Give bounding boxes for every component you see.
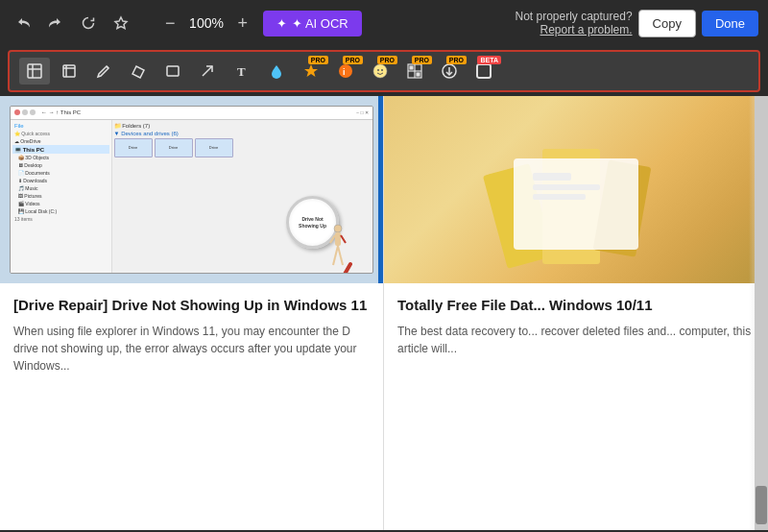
zoom-controls: − 100% + [159,12,253,36]
zoom-in-button[interactable]: + [232,12,254,36]
scrollbar-thumb[interactable] [756,486,767,524]
highlight-tool-button[interactable]: PRO [296,58,326,85]
done-button[interactable]: Done [702,11,758,36]
scrollbar-track [755,96,768,530]
article-title-2: Totally Free File Dat... Windows 10/11 [397,295,755,315]
svg-rect-35 [514,158,638,250]
not-captured-text: Not properly captured? [515,10,632,23]
pro-badge-3: PRO [377,56,397,64]
win-explorer-mockup: ← → ↑ This PC − □ ✕ File ⭐ Quick access … [10,106,373,275]
article-card-2: Totally Free File Dat... Windows 10/11 T… [384,96,768,530]
books-image [384,96,768,283]
upload-tool-button[interactable]: PRO [434,58,465,85]
erase-tool-button[interactable] [123,58,154,85]
svg-line-31 [341,257,343,265]
svg-rect-38 [533,194,586,200]
article-excerpt-2: The best data recovery to... recover del… [397,323,755,357]
content-area: ← → ↑ This PC − □ ✕ File ⭐ Quick access … [0,96,768,530]
svg-line-27 [341,235,346,243]
article-title-1: [Drive Repair] Drive Not Showing Up in W… [13,295,370,315]
svg-rect-8 [167,66,179,76]
tools-toolbar: T PRO i PRO PRO PRO PRO BETA [8,50,760,92]
article-body-1: [Drive Repair] Drive Not Showing Up in W… [0,283,383,530]
svg-rect-25 [335,232,341,246]
svg-rect-4 [63,65,75,77]
pro-badge-4: PRO [412,56,432,64]
svg-marker-0 [115,17,127,29]
svg-line-29 [338,246,341,257]
svg-marker-7 [132,66,144,78]
svg-line-9 [203,66,212,76]
blur-tool-button[interactable] [261,58,292,85]
svg-point-14 [377,69,379,71]
svg-line-30 [333,257,335,265]
select-tool-button[interactable] [19,58,50,85]
rect-tool-button[interactable] [157,58,188,85]
copy-button[interactable]: Copy [638,10,696,37]
zoom-level: 100% [185,15,228,31]
svg-rect-1 [28,64,41,78]
pro-badge-5: PRO [446,56,467,64]
draw-tool-button[interactable] [88,58,119,85]
arrow-tool-button[interactable] [192,58,223,85]
refresh-button[interactable] [75,12,102,35]
not-captured-notice: Not properly captured? Report a problem. [515,10,632,36]
svg-rect-36 [533,173,571,181]
article-body-2: Totally Free File Dat... Windows 10/11 T… [384,283,768,530]
article-excerpt-1: When using file explorer in Windows 11, … [13,323,370,375]
crop-tool-button[interactable] [54,58,84,85]
pro-badge: PRO [308,56,328,64]
undo-button[interactable] [10,12,36,35]
svg-point-24 [334,225,342,232]
svg-point-13 [373,64,387,78]
pro-badge-2: PRO [343,56,363,64]
article-card-1: ← → ↑ This PC − □ ✕ File ⭐ Quick access … [0,96,384,530]
ai-ocr-button[interactable]: ✦ ✦ AI OCR [263,11,362,36]
ai-ocr-icon: ✦ [276,16,287,31]
redo-button[interactable] [42,12,69,35]
svg-rect-37 [533,184,600,190]
svg-point-11 [339,64,352,78]
svg-rect-23 [477,64,491,78]
pixelate-tool-button[interactable]: PRO [399,58,430,85]
top-toolbar: − 100% + ✦ ✦ AI OCR Not properly capture… [0,0,768,46]
text-tool-button[interactable]: T [227,58,257,85]
step-tool-button[interactable]: i PRO [330,58,361,85]
article-image-1: ← → ↑ This PC − □ ✕ File ⭐ Quick access … [0,96,383,283]
emoji-tool-button[interactable]: PRO [365,58,396,85]
svg-text:i: i [343,67,346,77]
border-tool-button[interactable]: BETA [468,58,499,85]
svg-point-15 [381,69,383,71]
svg-text:T: T [237,64,246,79]
star-button[interactable] [108,12,134,35]
svg-rect-20 [417,73,420,76]
report-problem-link[interactable]: Report a problem. [540,23,633,36]
zoom-out-button[interactable]: − [159,12,181,36]
svg-rect-19 [410,66,413,69]
article-image-2 [384,96,768,283]
svg-line-26 [330,235,335,243]
ai-ocr-label: ✦ AI OCR [292,16,348,31]
content-inner: ← → ↑ This PC − □ ✕ File ⭐ Quick access … [0,96,768,530]
beta-badge: BETA [477,56,501,64]
